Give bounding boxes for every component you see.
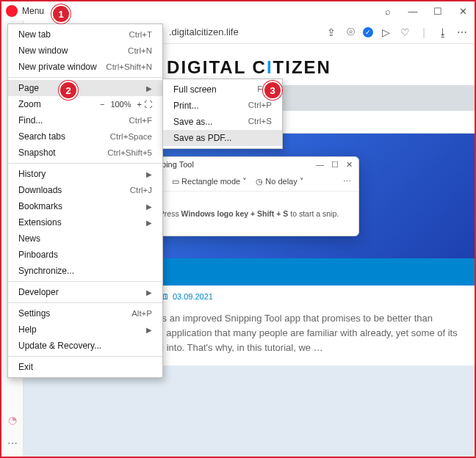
menu-new-private-window[interactable]: New private windowCtrl+Shift+N bbox=[8, 59, 162, 75]
share-icon[interactable]: ⇪ bbox=[325, 26, 338, 38]
sidebar-bulb-icon[interactable]: ◔ bbox=[8, 414, 17, 426]
submenu-save-as[interactable]: Save as...Ctrl+S bbox=[163, 114, 282, 130]
menu-new-tab[interactable]: New tabCtrl+T bbox=[8, 26, 162, 43]
minimize-button[interactable]: ― bbox=[405, 6, 420, 17]
article-date: 🗓 03.09.2021 bbox=[162, 292, 213, 301]
site-logo[interactable]: DIGITAL CITIZEN bbox=[167, 57, 331, 77]
annotation-badge-1: 1 bbox=[51, 4, 71, 23]
menu-pinboards[interactable]: Pinboards bbox=[8, 247, 162, 263]
send-icon[interactable]: ▷ bbox=[379, 26, 392, 38]
menu-news[interactable]: News bbox=[8, 230, 162, 247]
menu-snapshot[interactable]: SnapshotCtrl+Shift+5 bbox=[8, 145, 162, 161]
search-icon[interactable]: ⌕ bbox=[381, 6, 395, 17]
menu-button[interactable]: Menu bbox=[22, 6, 44, 16]
submenu-save-as-pdf[interactable]: Save as PDF... bbox=[163, 130, 282, 146]
snip-maximize-icon[interactable]: ☐ bbox=[331, 160, 339, 170]
menu-settings[interactable]: SettingsAlt+P bbox=[8, 305, 162, 321]
snip-mode-dropdown[interactable]: ▭ Rectangle mode ˅ bbox=[172, 177, 247, 186]
sidebar-more-icon[interactable]: ⋯ bbox=[7, 437, 18, 449]
menu-update-recovery[interactable]: Update & Recovery... bbox=[8, 338, 162, 354]
annotation-badge-2: 2 bbox=[59, 81, 78, 100]
window-controls: ⌕ ― ☐ ✕ bbox=[381, 1, 470, 21]
shield-check-icon[interactable]: ✓ bbox=[363, 27, 373, 37]
opera-icon[interactable] bbox=[6, 5, 18, 17]
main-menu: New tabCtrl+T New windowCtrl+N New priva… bbox=[7, 23, 163, 378]
annotation-badge-3: 3 bbox=[263, 81, 282, 100]
snip-minimize-icon[interactable]: — bbox=[316, 160, 324, 170]
snip-more-icon[interactable]: ⋯ bbox=[343, 177, 351, 186]
menu-exit[interactable]: Exit bbox=[8, 359, 162, 375]
menu-bookmarks[interactable]: Bookmarks▶ bbox=[8, 198, 162, 214]
snip-close-icon[interactable]: ✕ bbox=[346, 160, 353, 170]
menu-zoom[interactable]: Zoom− 100% + ⛶ bbox=[8, 96, 162, 112]
heart-icon[interactable]: ♡ bbox=[398, 26, 411, 38]
menu-new-window[interactable]: New windowCtrl+N bbox=[8, 43, 162, 59]
menu-history[interactable]: History▶ bbox=[8, 166, 162, 182]
menu-synchronize[interactable]: Synchronize... bbox=[8, 263, 162, 279]
snipping-tool-window: Snipping Tool — ☐ ✕ New ▭ Rectangle mode… bbox=[139, 156, 359, 236]
download-icon[interactable]: ⭳ bbox=[436, 26, 450, 38]
menu-find[interactable]: Find...Ctrl+F bbox=[8, 112, 162, 128]
submenu-print[interactable]: Print...Ctrl+P bbox=[163, 98, 282, 114]
menu-help[interactable]: Help▶ bbox=[8, 321, 162, 338]
menu-extensions[interactable]: Extensions▶ bbox=[8, 214, 162, 230]
camera-icon[interactable]: ⦾ bbox=[344, 26, 357, 38]
menu-downloads[interactable]: DownloadsCtrl+J bbox=[8, 182, 162, 198]
snip-delay-dropdown[interactable]: ◷ No delay ˅ bbox=[256, 177, 304, 186]
snip-instruction: Press Windows logo key + Shift + S to st… bbox=[140, 192, 358, 236]
close-button[interactable]: ✕ bbox=[455, 6, 470, 17]
menu-search-tabs[interactable]: Search tabsCtrl+Space bbox=[8, 128, 162, 145]
maximize-button[interactable]: ☐ bbox=[430, 6, 445, 17]
menu-page[interactable]: Page▶ bbox=[8, 80, 162, 96]
easy-setup-icon[interactable]: ⋯ bbox=[455, 26, 469, 38]
menu-developer[interactable]: Developer▶ bbox=[8, 284, 162, 300]
title-bar: Menu ⌕ ― ☐ ✕ bbox=[1, 1, 475, 21]
